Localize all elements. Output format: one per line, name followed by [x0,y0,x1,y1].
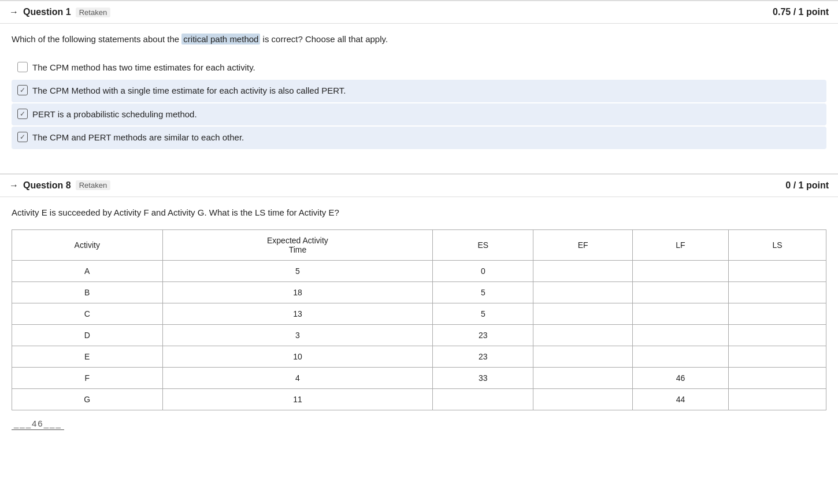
cell-r2-c3 [533,303,632,325]
table-row: F43346 [12,368,826,389]
cell-r0-c5 [729,261,826,282]
cell-r3-c3 [533,325,632,346]
cell-r6-c3 [533,389,632,410]
cell-r6-c2 [433,389,533,410]
arrow-icon-8: → [9,180,18,191]
option-text-1: The CPM method has two time estimates fo… [32,61,255,75]
cell-r4-c4 [632,346,728,368]
cell-r2-c4 [632,303,728,325]
question-8-badge: Retaken [76,180,110,190]
col-ef: EF [533,230,632,261]
cell-r1-c2: 5 [433,282,533,303]
answer-option-4[interactable]: ✓ The CPM and PERT methods are similar t… [12,127,826,149]
cell-r6-c0: G [12,389,163,410]
cell-r6-c5 [729,389,826,410]
cell-r6-c1: 11 [162,389,433,410]
question-1-block: → Question 1 Retaken 0.75 / 1 point Whic… [0,0,838,160]
cell-r1-c1: 18 [162,282,433,303]
table-row: C135 [12,303,826,325]
col-ls: LS [729,230,826,261]
answer-option-1[interactable]: The CPM method has two time estimates fo… [12,57,826,79]
cell-r5-c3 [533,368,632,389]
cell-r5-c5 [729,368,826,389]
question-1-badge: Retaken [76,8,110,17]
cell-r1-c4 [632,282,728,303]
table-row: B185 [12,282,826,303]
checkbox-1[interactable] [17,62,28,72]
question-1-label: Question 1 [23,7,71,17]
question-8-label: Question 8 [23,180,71,191]
cell-r0-c3 [533,261,632,282]
question-8-block: → Question 8 Retaken 0 / 1 point Activit… [0,173,838,440]
cell-r5-c0: F [12,368,163,389]
cell-r6-c4: 44 [632,389,728,410]
table-body: A50B185C135D323E1023F43346G1144 [12,261,826,410]
cell-r3-c4 [632,325,728,346]
question-8-score: 0 / 1 point [785,180,829,191]
cell-r4-c2: 23 [433,346,533,368]
answer-input-display[interactable]: ___46___ [12,417,64,430]
cell-r2-c1: 13 [162,303,433,325]
cell-r4-c0: E [12,346,163,368]
table-row: E1023 [12,346,826,368]
arrow-icon: → [9,7,18,17]
question-1-title: → Question 1 Retaken [9,7,110,17]
table-row: A50 [12,261,826,282]
cell-r0-c4 [632,261,728,282]
table-header: Activity Expected ActivityTime ES EF LF … [12,230,826,261]
question-8-title: → Question 8 Retaken [9,180,110,191]
question-1-text: Which of the following statements about … [12,33,826,46]
answer-option-2[interactable]: ✓ The CPM Method with a single time esti… [12,80,826,102]
table-row: G1144 [12,389,826,410]
question-8-text: Activity E is succeeded by Activity F an… [12,206,826,220]
cell-r5-c1: 4 [162,368,433,389]
checkbox-4[interactable]: ✓ [17,132,28,142]
table-header-row: Activity Expected ActivityTime ES EF LF … [12,230,826,261]
col-es: ES [433,230,533,261]
cell-r1-c5 [729,282,826,303]
question-1-text-before: Which of the following statements about … [12,34,181,44]
cell-r0-c0: A [12,261,163,282]
cell-r1-c3 [533,282,632,303]
cell-r4-c5 [729,346,826,368]
option-text-3: PERT is a probabilistic scheduling metho… [32,108,197,121]
checkbox-3[interactable]: ✓ [17,109,28,119]
cell-r2-c5 [729,303,826,325]
question-1-text-after: is correct? Choose all that apply. [260,34,388,44]
cell-r3-c5 [729,325,826,346]
table-row: D323 [12,325,826,346]
cell-r3-c2: 23 [433,325,533,346]
question-8-header: → Question 8 Retaken 0 / 1 point [0,175,838,197]
question-8-body: Activity E is succeeded by Activity F an… [0,197,838,440]
answer-option-3[interactable]: ✓ PERT is a probabilistic scheduling met… [12,103,826,126]
activity-table: Activity Expected ActivityTime ES EF LF … [12,229,826,410]
question-1-body: Which of the following statements about … [0,24,838,160]
question-1-header: → Question 1 Retaken 0.75 / 1 point [0,1,838,24]
cell-r5-c2: 33 [433,368,533,389]
checkbox-2[interactable]: ✓ [17,85,28,95]
cell-r1-c0: B [12,282,163,303]
col-activity: Activity [12,230,163,261]
cell-r2-c0: C [12,303,163,325]
cell-r0-c2: 0 [433,261,533,282]
cell-r2-c2: 5 [433,303,533,325]
question-1-score: 0.75 / 1 point [773,7,829,17]
cell-r0-c1: 5 [162,261,433,282]
cell-r5-c4: 46 [632,368,728,389]
col-expected-time: Expected ActivityTime [162,230,433,261]
question-1-highlight: critical path method [181,34,260,45]
col-lf: LF [632,230,728,261]
cell-r3-c0: D [12,325,163,346]
option-text-2: The CPM Method with a single time estima… [32,84,346,98]
option-text-4: The CPM and PERT methods are similar to … [32,131,244,144]
cell-r4-c3 [533,346,632,368]
cell-r4-c1: 10 [162,346,433,368]
cell-r3-c1: 3 [162,325,433,346]
